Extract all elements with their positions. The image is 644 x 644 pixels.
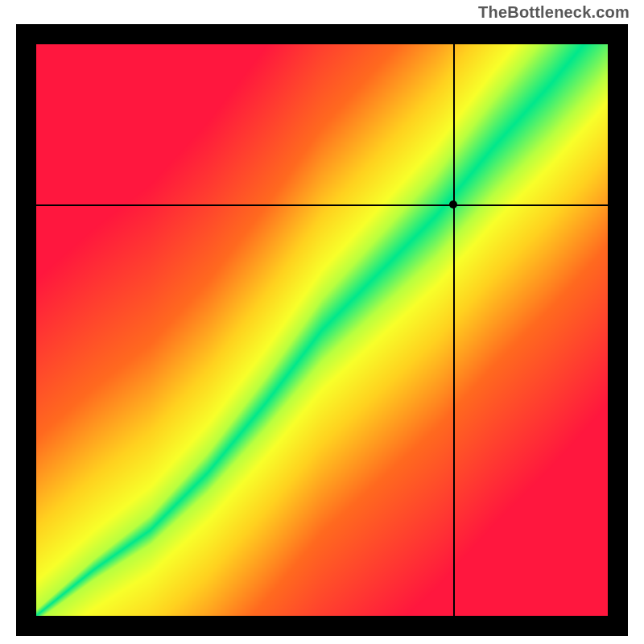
attribution-text: TheBottleneck.com — [478, 3, 630, 22]
chart-frame — [16, 24, 628, 636]
data-point-marker — [449, 200, 457, 208]
crosshair-vertical — [453, 44, 455, 616]
heatmap-canvas — [36, 44, 608, 616]
heatmap-plot — [36, 44, 608, 616]
crosshair-horizontal — [36, 204, 608, 206]
